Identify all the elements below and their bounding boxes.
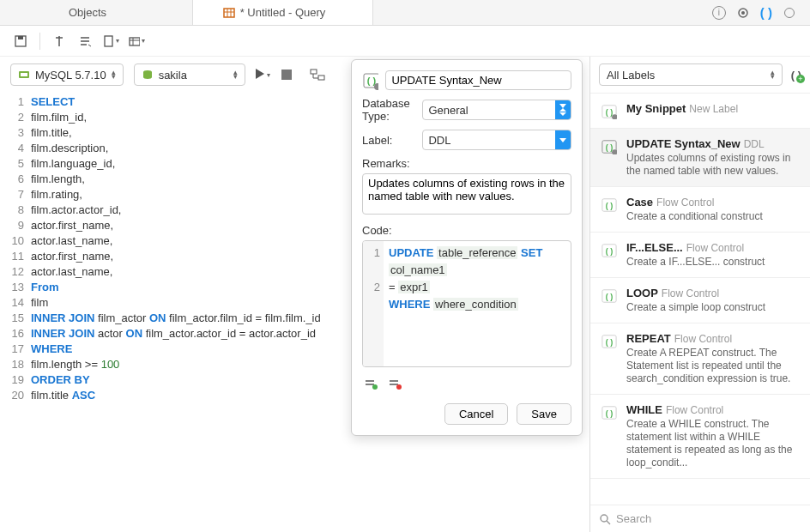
add-snippet-icon[interactable]: ( ) + [791, 69, 801, 82]
snippet-list-icon: ( ) [601, 332, 618, 349]
labels-filter[interactable]: All Labels ▴▾ [599, 63, 783, 86]
braces-icon[interactable]: ( ) [760, 5, 772, 20]
snippet-list-icon: ( ) [601, 137, 618, 154]
snippet-list-icon: ( ) [601, 287, 618, 304]
snippet-list-icon: ( ) [601, 241, 618, 258]
snippet-tag: DDL [744, 138, 765, 150]
server-icon [18, 69, 30, 81]
snippet-tag: Flow Control [656, 196, 714, 209]
snippet-title: REPEAT [626, 332, 671, 345]
top-tabs: Objects * Untitled - Query i ( ) [0, 0, 810, 26]
database-select[interactable]: sakila ▴▾ [134, 63, 245, 86]
code-label: Code: [362, 224, 571, 237]
tab-label: * Untitled - Query [240, 6, 326, 19]
cancel-button[interactable]: Cancel [444, 403, 508, 425]
dbtype-select[interactable]: General [422, 100, 571, 120]
save-button[interactable]: Save [517, 403, 571, 425]
tab-query[interactable]: * Untitled - Query [193, 0, 373, 25]
snippet-list-icon: ( ) [601, 403, 618, 420]
svg-text:( ): ( ) [367, 76, 377, 86]
snippet-code-editor[interactable]: 1 2 UPDATE table_reference SET col_name1… [362, 240, 571, 367]
snippet-tag: Flow Control [686, 242, 744, 254]
server-select[interactable]: MySQL 5.7.10 ▴▾ [10, 63, 124, 86]
svg-text:( ): ( ) [606, 202, 614, 210]
save-icon[interactable] [12, 33, 29, 50]
snippet-edit-panel: ( ) Database Type: General Label: DDL Re… [351, 59, 583, 436]
stop-button[interactable] [281, 70, 292, 80]
snippet-title: WHILE [626, 403, 662, 416]
snippet-item[interactable]: ( )IF...ELSE...Flow ControlCreate a IF..… [590, 233, 810, 278]
top-right-icons: i ( ) [698, 0, 810, 25]
tool-icon-3[interactable]: ▾ [102, 33, 119, 50]
tool-icon-4[interactable]: ▾ [128, 33, 145, 50]
snippet-desc: Create A REPEAT construct. The Statement… [626, 347, 800, 385]
snippet-list: ( )My SnippetNew Label( )UPDATE Syntax_N… [590, 94, 810, 505]
toolbar: ▾ ▾ [0, 26, 810, 57]
database-icon [142, 69, 154, 81]
tab-objects[interactable]: Objects [0, 0, 193, 25]
snippet-item[interactable]: ( )CaseFlow ControlCreate a conditional … [590, 187, 810, 233]
remarks-label: Remarks: [362, 157, 571, 170]
snippet-item[interactable]: ( )UPDATE Syntax_NewDDLUpdates columns o… [590, 129, 810, 187]
snippet-item[interactable]: ( )REPEATFlow ControlCreate A REPEAT con… [590, 323, 810, 395]
svg-point-21 [396, 384, 402, 390]
remove-param-icon[interactable] [386, 376, 403, 391]
label-select[interactable]: DDL [422, 130, 571, 150]
svg-point-38 [601, 515, 608, 522]
svg-rect-16 [318, 76, 324, 80]
svg-rect-15 [311, 70, 317, 74]
svg-text:( ): ( ) [606, 108, 614, 117]
snippet-list-icon: ( ) [601, 102, 618, 119]
svg-rect-7 [18, 36, 23, 39]
svg-text:( ): ( ) [606, 338, 614, 347]
remarks-textarea[interactable]: Updates columns of existing rows in the … [362, 173, 571, 215]
line-gutter: 1234567891011121314151617181920 [0, 93, 31, 532]
eye-icon[interactable] [736, 6, 750, 20]
snippet-item[interactable]: ( )LOOPFlow ControlCreate a simple loop … [590, 278, 810, 323]
snippet-name-input[interactable] [385, 70, 571, 90]
svg-rect-0 [224, 9, 234, 17]
snippet-title: UPDATE Syntax_New [626, 137, 740, 150]
svg-line-39 [607, 521, 610, 524]
svg-text:( ): ( ) [606, 247, 614, 256]
svg-rect-8 [105, 36, 112, 46]
snippet-title: My Snippet [626, 102, 686, 115]
snippet-title: IF...ELSE... [626, 241, 683, 254]
tab-label: Objects [69, 6, 106, 19]
snippet-desc: Create a conditional construct [626, 210, 800, 223]
gear-icon[interactable] [783, 6, 796, 20]
search-input[interactable]: Search [616, 512, 801, 525]
snippet-desc: Updates columns of existing rows in the … [626, 152, 800, 178]
tool-icon-1[interactable] [51, 33, 68, 50]
search-icon [599, 513, 611, 525]
svg-rect-13 [21, 73, 27, 76]
server-name: MySQL 5.7.10 [35, 69, 106, 82]
snippet-tag: Flow Control [674, 333, 732, 345]
snippet-list-icon: ( ) [601, 196, 618, 213]
svg-point-5 [741, 11, 745, 15]
run-button[interactable]: ▾ [256, 67, 271, 82]
snippet-item[interactable]: ( )My SnippetNew Label [590, 94, 810, 129]
explain-icon[interactable] [309, 66, 326, 83]
svg-point-20 [372, 384, 378, 390]
svg-text:( ): ( ) [606, 143, 614, 152]
info-icon[interactable]: i [712, 6, 726, 20]
snippet-icon: ( ) [362, 71, 378, 90]
snippet-tag: Flow Control [662, 287, 719, 299]
dbtype-label: Database Type: [362, 97, 415, 123]
svg-text:( ): ( ) [606, 293, 614, 301]
label-label: Label: [362, 134, 415, 147]
snippet-desc: Create a WHILE construct. The statement … [626, 418, 800, 469]
snippet-desc: Create a simple loop construct [626, 301, 800, 314]
snippet-title: LOOP [626, 287, 658, 299]
snippet-title: Case [626, 196, 653, 209]
snippet-item[interactable]: ( )WHILEFlow ControlCreate a WHILE const… [590, 395, 810, 479]
svg-text:( ): ( ) [606, 409, 614, 418]
snippets-sidebar: All Labels ▴▾ ( ) + ( )My SnippetNew Lab… [589, 57, 810, 532]
database-name: sakila [159, 69, 187, 82]
snippet-tag: New Label [689, 103, 738, 115]
svg-rect-9 [130, 38, 140, 45]
add-param-icon[interactable] [362, 376, 379, 391]
snippet-tag: Flow Control [666, 404, 723, 416]
tool-icon-2[interactable] [76, 33, 94, 50]
